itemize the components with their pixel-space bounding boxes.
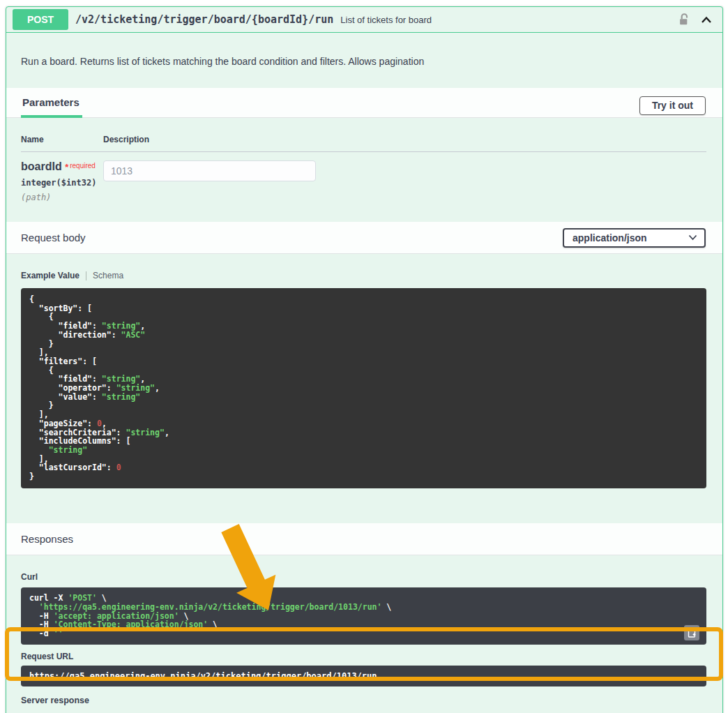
responses-body: Curl curl -X 'POST' \ 'https://qa5.engin…	[6, 555, 722, 713]
required-asterisk: *	[65, 162, 68, 172]
copy-to-clipboard-button[interactable]	[684, 625, 699, 640]
responses-section-header: Responses	[6, 523, 722, 555]
request-body-label: Request body	[21, 232, 86, 243]
request-body-section-header: Request body application/json	[6, 222, 722, 254]
parameter-location: (path)	[21, 193, 103, 202]
boardid-input[interactable]	[103, 160, 316, 181]
chevron-down-icon	[688, 234, 697, 241]
parameters-section-header: Parameters Try it out	[6, 88, 722, 118]
parameter-type: integer($int32)	[21, 178, 103, 188]
curl-label: Curl	[21, 572, 38, 582]
tab-schema[interactable]: Schema	[93, 271, 123, 280]
endpoint-summary-bar[interactable]: POST /v2/ticketing/trigger/board/{boardI…	[6, 7, 722, 33]
collapse-chevron-icon[interactable]	[700, 15, 713, 24]
tab-example-value[interactable]: Example Value	[21, 271, 79, 280]
parameter-meta: boardId *required integer($int32) (path)	[21, 160, 103, 202]
endpoint-path: /v2/ticketing/trigger/board/{boardId}/ru…	[75, 13, 333, 26]
try-it-out-button[interactable]: Try it out	[639, 96, 706, 115]
curl-codeblock: curl -X 'POST' \ 'https://qa5.engineerin…	[21, 587, 706, 645]
column-header-name: Name	[21, 135, 103, 144]
tab-divider	[86, 271, 86, 280]
endpoint-description: Run a board. Returns list of tickets mat…	[6, 33, 722, 88]
http-method-badge: POST	[13, 9, 68, 30]
content-type-select[interactable]: application/json	[563, 228, 706, 248]
responses-label: Responses	[21, 533, 73, 545]
table-row: boardId *required integer($int32) (path)	[21, 152, 706, 222]
clipboard-icon	[688, 628, 697, 638]
auth-lock-icon[interactable]	[678, 13, 690, 27]
example-json-codeblock: { "sortBy": [ { "field": "string", "dire…	[21, 288, 706, 488]
endpoint-card: POST /v2/ticketing/trigger/board/{boardI…	[6, 6, 723, 713]
request-url-label: Request URL	[21, 652, 706, 661]
request-body-example-area: Example Value Schema { "sortBy": [ { "fi…	[6, 254, 722, 523]
parameter-description-cell	[103, 160, 316, 202]
content-type-value: application/json	[572, 232, 647, 243]
parameter-name: boardId	[21, 160, 62, 172]
tab-parameters[interactable]: Parameters	[21, 96, 82, 118]
required-label: required	[70, 162, 96, 170]
column-header-description: Description	[103, 135, 149, 144]
model-tabs: Example Value Schema	[21, 271, 706, 280]
endpoint-summary-text: List of tickets for board	[340, 15, 432, 25]
parameters-table: Name Description boardId *required integ…	[6, 118, 722, 222]
parameters-column-headers: Name Description	[21, 135, 706, 152]
server-response-label: Server response	[21, 696, 706, 705]
request-url-value: https://qa5.engineering-env.ninja/v2/tic…	[21, 666, 706, 686]
